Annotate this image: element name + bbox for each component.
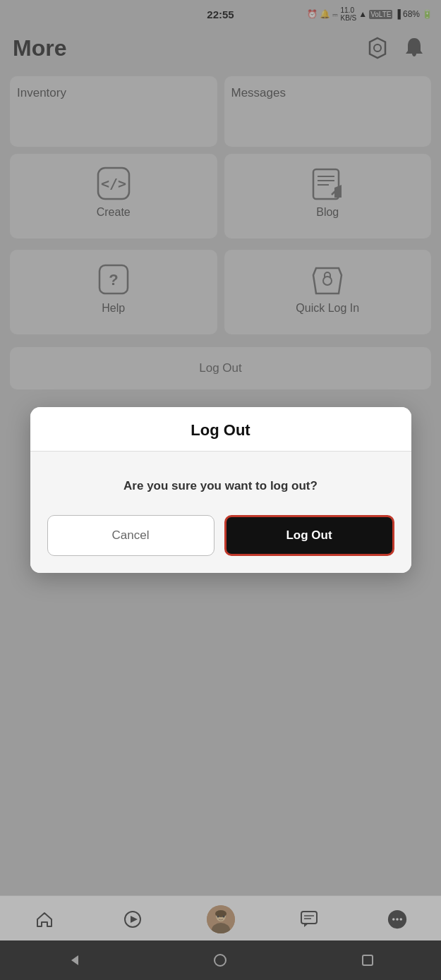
- modal-buttons: Cancel Log Out: [30, 515, 411, 573]
- modal-header: Log Out: [30, 407, 411, 452]
- logout-modal: Log Out Are you sure you want to log out…: [30, 407, 411, 573]
- cancel-button[interactable]: Cancel: [47, 515, 215, 556]
- modal-title: Log Out: [191, 421, 250, 439]
- modal-body: Are you sure you want to log out?: [30, 452, 411, 515]
- modal-overlay: Log Out Are you sure you want to log out…: [0, 0, 441, 980]
- logout-confirm-button[interactable]: Log Out: [224, 515, 394, 556]
- modal-message: Are you sure you want to log out?: [53, 477, 389, 495]
